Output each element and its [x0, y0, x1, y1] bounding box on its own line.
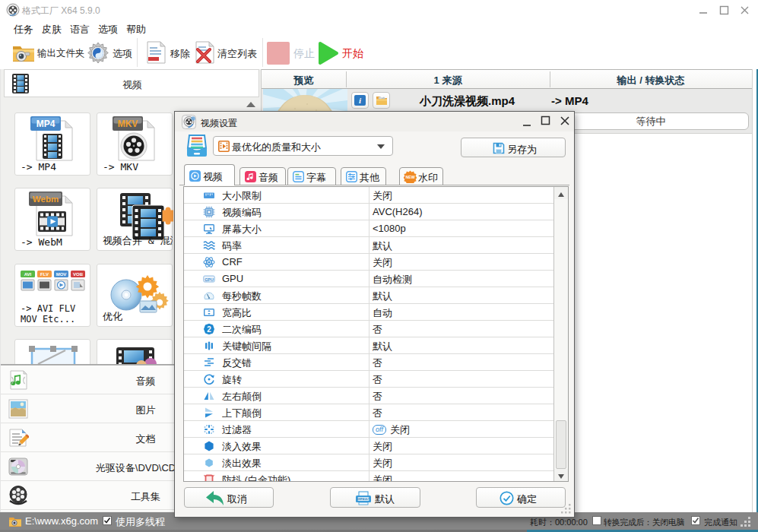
tab-video[interactable]: 视频 — [184, 164, 235, 185]
notify-checkbox[interactable] — [691, 516, 700, 525]
setting-row[interactable]: 关键帧间隔 默认 — [184, 337, 553, 354]
shutdown-after-label[interactable]: 转换完成后：关闭电脑 — [604, 517, 684, 528]
setting-row[interactable]: 旋转 否 — [184, 371, 553, 388]
profile-film-icon — [218, 141, 230, 152]
stabilize-icon — [203, 473, 215, 482]
dialog-resize-grip-icon[interactable] — [561, 504, 572, 515]
tab-audio[interactable]: 音频 — [239, 167, 286, 185]
setting-name: 大小限制 — [222, 189, 262, 203]
card-video-merge[interactable]: 视频合并 & 混流 — [97, 188, 173, 251]
column-status[interactable]: 输出 / 转换状态 — [550, 74, 752, 87]
card-clip[interactable] — [14, 339, 90, 366]
notify-label[interactable]: 完成通知 — [704, 517, 737, 528]
start-label[interactable]: 开始 — [342, 47, 363, 61]
setting-row[interactable]: 反交错 否 — [184, 354, 553, 371]
setting-row[interactable]: 淡入效果 关闭 — [184, 438, 553, 454]
setting-name: 左右颠倒 — [222, 390, 262, 404]
shutdown-after-checkbox[interactable] — [592, 516, 601, 525]
card-to-mp4[interactable]: MP4 -> MP4 — [14, 112, 90, 176]
default-icon: DEFAULT — [355, 491, 372, 505]
menu-options[interactable]: 选项 — [98, 23, 118, 36]
multithread-checkbox[interactable] — [103, 516, 112, 525]
setting-row[interactable]: 左右颠倒 否 — [184, 388, 553, 404]
filter-icon — [203, 423, 215, 435]
setting-row[interactable]: 宽高比 自动 — [184, 304, 553, 321]
toolbar-separator — [262, 38, 263, 67]
stop-label[interactable]: 停止 — [293, 47, 315, 61]
options-label[interactable]: 选项 — [113, 47, 132, 61]
svg-text:NEW: NEW — [405, 175, 414, 179]
save-as-button[interactable]: 另存为 — [461, 138, 566, 157]
setting-row[interactable]: 上下颠倒 否 — [184, 404, 553, 421]
menu-task[interactable]: 任务 — [14, 23, 33, 36]
svg-text:GPU: GPU — [205, 277, 214, 282]
menu-skin[interactable]: 皮肤 — [42, 23, 62, 36]
settings-scrollbar[interactable] — [553, 187, 568, 481]
profile-dropdown[interactable]: 最优化的质量和大小 — [213, 136, 393, 156]
tab-subtitle[interactable]: 字幕 — [287, 167, 336, 185]
menu-language[interactable]: 语言 — [70, 23, 90, 36]
remove-icon[interactable] — [146, 41, 167, 64]
setting-row[interactable]: 淡出效果 关闭 — [184, 454, 553, 471]
card-label: -> AVI FLVMOV Etc... — [21, 303, 75, 325]
output-path[interactable]: E:\www.x6g.com — [25, 515, 98, 527]
start-icon[interactable] — [318, 41, 339, 65]
resize-grip-icon[interactable] — [741, 517, 751, 527]
multithread-label[interactable]: 使用多线程 — [116, 515, 165, 529]
tab-other[interactable]: 其他 — [341, 167, 386, 185]
scrollbar-thumb[interactable] — [556, 420, 566, 469]
setting-row[interactable]: 屏幕大小 <1080p — [184, 220, 553, 237]
setting-row[interactable]: 防抖 (白金功能) 关闭 — [184, 471, 553, 482]
setting-row[interactable]: 视频编码 AVC(H264) — [184, 204, 553, 220]
dialog-maximize-button[interactable] — [541, 116, 550, 125]
optimize-icon — [97, 266, 173, 313]
remove-label[interactable]: 移除 — [170, 47, 190, 61]
setting-row[interactable]: 过滤器 off关闭 — [184, 421, 553, 438]
setting-row[interactable]: CRF 关闭 — [184, 254, 553, 271]
output-folder-label[interactable]: 输出文件夹 — [37, 47, 85, 60]
cancel-button[interactable]: 取消 — [184, 487, 274, 508]
menu-help[interactable]: 帮助 — [126, 23, 146, 36]
card-optimize[interactable]: 优化 — [97, 264, 173, 327]
statusbar-folder-icon[interactable] — [8, 516, 22, 527]
menu-bar: 任务 皮肤 语言 选项 帮助 — [0, 20, 758, 36]
card-label: 视频合并 & 混流 — [103, 234, 173, 248]
ok-button[interactable]: 确定 — [476, 487, 566, 508]
setting-row[interactable]: 大小限制 关闭 — [184, 187, 553, 204]
scroll-down-button[interactable] — [554, 469, 568, 481]
scroll-up-button[interactable] — [554, 187, 568, 199]
save-floppy-icon — [493, 142, 505, 154]
default-button[interactable]: DEFAULT 默认 — [330, 487, 420, 508]
setting-name: 旋转 — [222, 373, 242, 387]
elapsed-time: 耗时：00:00:00 — [530, 517, 588, 528]
minimize-button[interactable] — [698, 6, 709, 15]
file-folder-button[interactable] — [373, 92, 390, 109]
card-to-webm[interactable]: Webm -> WebM — [14, 188, 90, 251]
setting-row[interactable]: 码率 默认 — [184, 237, 553, 254]
close-button[interactable] — [740, 5, 750, 15]
stop-icon[interactable] — [267, 42, 290, 65]
card-to-mkv[interactable]: MKV -> MKV — [97, 112, 173, 176]
setting-value: 关闭 — [373, 189, 392, 203]
column-source[interactable]: 1 来源 — [346, 74, 550, 87]
card-media-file[interactable] — [97, 339, 173, 366]
setting-row[interactable]: 2 二次编码 否 — [184, 321, 553, 337]
column-preview[interactable]: 预览 — [262, 74, 346, 87]
dialog-close-button[interactable] — [560, 116, 570, 126]
file-info-button[interactable]: i — [351, 92, 369, 109]
dialog-minimize-button[interactable] — [522, 119, 531, 127]
file-target-format: -> MP4 — [551, 94, 588, 107]
film-reel-icon — [8, 485, 29, 506]
sidebar-header-video[interactable]: 视频 — [4, 69, 259, 97]
maximize-button[interactable] — [719, 5, 729, 15]
tab-watermark[interactable]: NEW 水印 — [399, 167, 443, 185]
clear-list-icon[interactable] — [194, 41, 215, 64]
output-folder-icon[interactable] — [12, 43, 36, 63]
setting-row[interactable]: 每秒帧数 默认 — [184, 287, 553, 304]
setting-row[interactable]: GPU GPU 自动检测 — [184, 271, 553, 287]
clear-list-label[interactable]: 清空列表 — [217, 47, 257, 61]
dialog-title-bar[interactable]: 视频设置 — [175, 112, 574, 131]
card-to-avi-flv-mov[interactable]: AVI FLV MOV VOB -> — [14, 264, 90, 327]
options-gear-icon[interactable] — [86, 41, 110, 65]
setting-value: 关闭 — [373, 256, 392, 270]
